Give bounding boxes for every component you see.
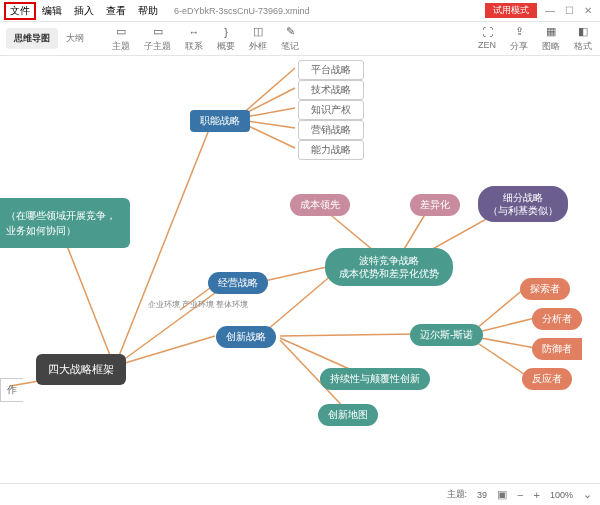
svg-line-10	[280, 334, 415, 336]
minimize-button[interactable]: —	[545, 5, 555, 16]
node-cap[interactable]: 能力战略	[298, 140, 364, 160]
node-anal[interactable]: 分析者	[532, 308, 582, 330]
zen-icon: ⛶	[480, 25, 494, 39]
boundary-icon: ◫	[251, 25, 265, 39]
node-def[interactable]: 防御者	[532, 338, 582, 360]
node-env: 企业环境 产业环境 整体环境	[148, 300, 248, 310]
trial-badge: 试用模式	[485, 3, 537, 18]
tool-relation[interactable]: ↔联系	[185, 25, 203, 53]
tool-boundary[interactable]: ◫外框	[249, 25, 267, 53]
node-plat[interactable]: 平台战略	[298, 60, 364, 80]
menu-help[interactable]: 帮助	[132, 2, 164, 20]
node-root[interactable]: 四大战略框架	[36, 354, 126, 385]
svg-line-2	[115, 336, 215, 366]
node-context[interactable]: （在哪些领域开展竞争，业务如何协同）	[0, 198, 130, 248]
tool-topic[interactable]: ▭主题	[112, 25, 130, 53]
close-button[interactable]: ✕	[584, 5, 592, 16]
node-seg[interactable]: 细分战略 （与利基类似）	[478, 186, 568, 222]
node-map[interactable]: 创新地图	[318, 404, 378, 426]
node-op[interactable]: 作	[0, 378, 23, 402]
topic-icon: ▭	[114, 25, 128, 39]
minimap-icon[interactable]: ▣	[497, 488, 507, 501]
tool-zen[interactable]: ⛶ZEN	[478, 25, 496, 53]
tab-outline[interactable]: 大纲	[58, 28, 92, 49]
node-diff[interactable]: 差异化	[410, 194, 460, 216]
subtopic-icon: ▭	[151, 25, 165, 39]
node-miles[interactable]: 迈尔斯-斯诺	[410, 324, 483, 346]
maximize-button[interactable]: ☐	[565, 5, 574, 16]
statusbar: 主题: 39 ▣ − + 100% ⌄	[0, 483, 600, 505]
share-icon: ⇪	[512, 25, 526, 39]
tool-map[interactable]: ▦图略	[542, 25, 560, 53]
node-tech[interactable]: 技术战略	[298, 80, 364, 100]
node-cost[interactable]: 成本领先	[290, 194, 350, 216]
svg-line-3	[60, 228, 115, 368]
canvas[interactable]: （在哪些领域开展竞争，业务如何协同） 作 四大战略框架 职能战略 经营战略 创新…	[0, 56, 600, 483]
zoom-out-button[interactable]: −	[517, 489, 523, 501]
tab-mindmap[interactable]: 思维导图	[6, 28, 58, 49]
node-porter[interactable]: 波特竞争战略 成本优势和差异化优势	[325, 248, 453, 286]
menu-view[interactable]: 查看	[100, 2, 132, 20]
summary-icon: }	[219, 25, 233, 39]
node-react[interactable]: 反应者	[522, 368, 572, 390]
topics-label: 主题:	[447, 488, 468, 501]
zoom-in-button[interactable]: +	[534, 489, 540, 501]
topics-count: 39	[477, 490, 487, 500]
tool-note[interactable]: ✎笔记	[281, 25, 299, 53]
chevron-down-icon[interactable]: ⌄	[583, 488, 592, 501]
note-icon: ✎	[283, 25, 297, 39]
svg-line-16	[470, 338, 530, 378]
tool-share[interactable]: ⇪分享	[510, 25, 528, 53]
menu-insert[interactable]: 插入	[68, 2, 100, 20]
tool-subtopic[interactable]: ▭子主题	[144, 25, 171, 53]
menu-edit[interactable]: 编辑	[36, 2, 68, 20]
format-icon: ◧	[576, 25, 590, 39]
menu-file[interactable]: 文件	[4, 2, 36, 20]
node-innov[interactable]: 创新战略	[216, 326, 276, 348]
node-sustain[interactable]: 持续性与颠覆性创新	[320, 368, 430, 390]
tool-format[interactable]: ◧格式	[574, 25, 592, 53]
node-expl[interactable]: 探索者	[520, 278, 570, 300]
node-ip[interactable]: 知识产权	[298, 100, 364, 120]
relation-icon: ↔	[187, 25, 201, 39]
node-biz[interactable]: 经营战略	[208, 272, 268, 294]
zoom-level[interactable]: 100%	[550, 490, 573, 500]
map-icon: ▦	[544, 25, 558, 39]
filename: 6-eDYbkR-3scsCnU-73969.xmind	[174, 6, 310, 16]
node-mkt[interactable]: 营销战略	[298, 120, 364, 140]
tool-summary[interactable]: }概要	[217, 25, 235, 53]
node-func[interactable]: 职能战略	[190, 110, 250, 132]
